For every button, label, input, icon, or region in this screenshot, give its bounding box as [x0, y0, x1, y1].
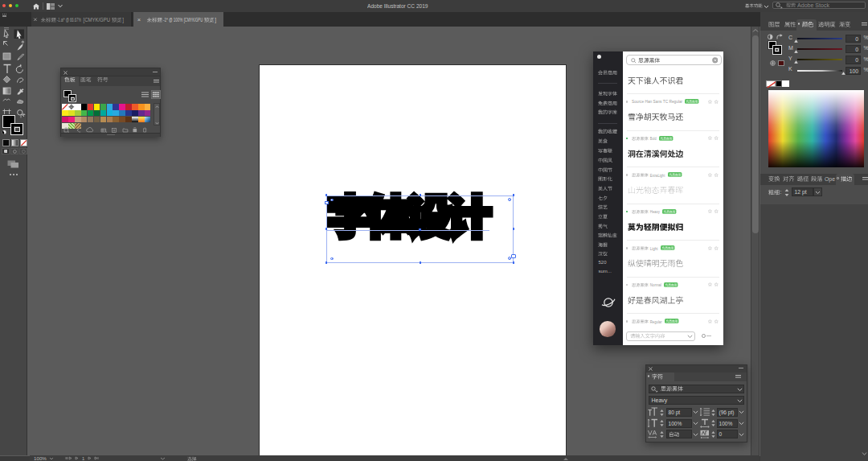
svg-text:Source Han Sans TC Regular: Source Han Sans TC Regular	[632, 99, 682, 105]
svg-text:Light: Light	[650, 245, 658, 251]
svg-text:Ope: Ope	[825, 175, 835, 183]
svg-text:Normal: Normal	[650, 282, 661, 287]
svg-text:Adobe Stock: Adobe Stock	[797, 2, 830, 8]
svg-text:Regular: Regular	[650, 319, 662, 324]
svg-text:100%: 100%	[34, 455, 47, 461]
svg-text:Bold: Bold	[650, 135, 657, 141]
svg-text:]: ]	[215, 17, 216, 23]
svg-text:[CMYK/GPU: [CMYK/GPU	[184, 17, 203, 23]
svg-text:1: 1	[82, 456, 84, 461]
svg-text:Adobe Illustrator CC 2019: Adobe Illustrator CC 2019	[367, 2, 428, 10]
svg-text:ExtraLight: ExtraLight	[650, 172, 665, 178]
svg-text:-1* @ 100%: -1* @ 100%	[163, 17, 183, 23]
svg-text:Heavy: Heavy	[650, 208, 661, 214]
